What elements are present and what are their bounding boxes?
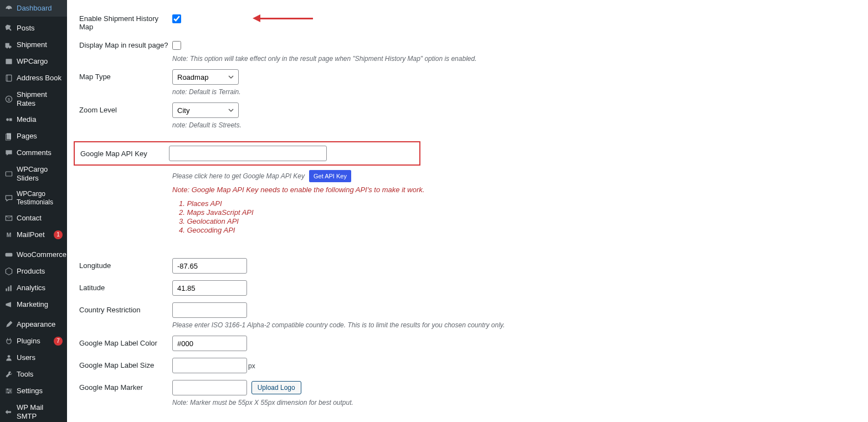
sidebar-label: WPCargo Sliders xyxy=(17,165,63,182)
sidebar-item-comments[interactable]: Comments xyxy=(0,145,67,161)
zoom-label: Zoom Level xyxy=(79,102,172,114)
sidebar-label: Media xyxy=(17,115,63,124)
api-key-label: Google Map API Key xyxy=(80,150,169,158)
map-type-label: Map Type xyxy=(79,69,172,81)
settings-panel: Enable Shipment History Map Display Map … xyxy=(67,0,868,422)
sidebar-item-contact[interactable]: Contact xyxy=(0,210,67,227)
mail-icon xyxy=(4,214,13,223)
sidebar-item-media[interactable]: Media xyxy=(0,111,67,128)
upload-logo-button[interactable]: Upload Logo xyxy=(251,381,301,394)
settings-icon xyxy=(4,387,13,395)
sidebar-item-wpcargo[interactable]: WPCargo xyxy=(0,53,67,70)
svg-rect-15 xyxy=(10,285,11,291)
sidebar-item-settings[interactable]: Settings xyxy=(0,383,67,399)
label-color-input[interactable] xyxy=(172,336,247,351)
svg-rect-2 xyxy=(6,75,12,81)
sidebar-label: WPCargo Testimonials xyxy=(17,190,63,206)
sidebar-label: WP Mail SMTP xyxy=(17,403,63,420)
sidebar-item-marketing[interactable]: Marketing xyxy=(0,296,67,313)
sidebar-label: Shipment xyxy=(17,40,63,49)
woo-icon xyxy=(4,250,13,259)
sidebar-label: Settings xyxy=(17,387,63,395)
sidebar-badge: 1 xyxy=(54,230,63,239)
sidebar-label: Products xyxy=(17,267,63,276)
page-icon xyxy=(4,132,13,141)
label-size-input[interactable] xyxy=(172,358,247,373)
sidebar-label: Plugins xyxy=(17,337,50,346)
sidebar-label: Appearance xyxy=(17,320,63,329)
display-map-checkbox[interactable] xyxy=(172,41,181,50)
country-input[interactable] xyxy=(172,302,247,318)
sidebar-item-products[interactable]: Products xyxy=(0,263,67,280)
sidebar-label: Pages xyxy=(17,132,63,141)
latitude-input[interactable] xyxy=(172,280,247,296)
sidebar-label: Users xyxy=(17,353,63,362)
svg-text:M: M xyxy=(7,232,12,238)
sidebar-item-pages[interactable]: Pages xyxy=(0,128,67,145)
svg-point-22 xyxy=(8,392,9,393)
marker-input[interactable] xyxy=(172,380,247,395)
display-map-note: Note: This option will take effect only … xyxy=(172,55,868,63)
enable-map-label: Enable Shipment History Map xyxy=(79,11,172,31)
sidebar-item-wpcargo-sliders[interactable]: WPCargo Sliders xyxy=(0,161,67,186)
sidebar-item-shipment-rates[interactable]: $Shipment Rates xyxy=(0,86,67,111)
admin-sidebar: DashboardPostsShipmentWPCargoAddress Boo… xyxy=(0,0,67,422)
sidebar-item-appearance[interactable]: Appearance xyxy=(0,316,67,333)
country-label: Country Restriction xyxy=(79,302,172,314)
plugin-icon xyxy=(4,337,13,346)
longitude-label: Longitude xyxy=(79,258,172,270)
annotation-arrow xyxy=(253,14,313,22)
sidebar-item-shipment[interactable]: Shipment xyxy=(0,37,67,53)
users-icon xyxy=(4,353,13,362)
smtp-icon xyxy=(4,408,13,416)
sidebar-item-plugins[interactable]: Plugins7 xyxy=(0,333,67,349)
svg-text:$: $ xyxy=(8,97,10,102)
get-api-key-button[interactable]: Get API Key xyxy=(309,170,351,182)
sidebar-label: Tools xyxy=(17,370,63,379)
marker-note: Note: Marker must be 55px X 55px dimensi… xyxy=(172,399,868,406)
sidebar-item-wpcargo-testimonials[interactable]: WPCargo Testimonials xyxy=(0,186,67,210)
mailpoet-icon: M xyxy=(4,230,13,239)
sidebar-label: Posts xyxy=(17,24,63,33)
svg-rect-14 xyxy=(8,287,9,291)
dashboard-icon xyxy=(4,4,13,13)
api-key-input[interactable] xyxy=(169,146,327,161)
sidebar-item-address-book[interactable]: Address Book xyxy=(0,70,67,86)
sidebar-item-users[interactable]: Users xyxy=(0,349,67,366)
sidebar-label: Marketing xyxy=(17,300,63,309)
api-key-highlight: Google Map API Key xyxy=(74,141,420,166)
sidebar-badge: 7 xyxy=(54,337,63,346)
zoom-select[interactable]: City xyxy=(172,102,239,118)
sidebar-item-woocommerce[interactable]: WooCommerce xyxy=(0,246,67,263)
comment-icon xyxy=(4,148,13,157)
appearance-icon xyxy=(4,320,13,329)
svg-point-16 xyxy=(8,355,11,358)
sidebar-item-posts[interactable]: Posts xyxy=(0,20,67,37)
svg-point-6 xyxy=(6,119,9,121)
sidebar-item-dashboard[interactable]: Dashboard xyxy=(0,0,67,17)
country-note: Please enter ISO 3166-1 Alpha-2 compatib… xyxy=(172,321,868,329)
map-type-note: note: Default is Terrain. xyxy=(172,88,868,96)
api-help-text: Please click here to get Google Map API … xyxy=(172,172,305,180)
sidebar-item-tools[interactable]: Tools xyxy=(0,366,67,383)
marker-label: Google Map Marker xyxy=(79,380,172,392)
px-suffix: px xyxy=(248,362,255,370)
svg-point-21 xyxy=(9,390,11,392)
sidebar-label: Analytics xyxy=(17,284,63,292)
longitude-input[interactable] xyxy=(172,258,247,274)
tools-icon xyxy=(4,370,13,379)
svg-rect-13 xyxy=(6,289,7,291)
map-type-select[interactable]: Roadmap xyxy=(172,69,239,85)
testim-icon xyxy=(4,194,13,203)
enable-map-checkbox[interactable] xyxy=(172,14,181,23)
api-note: Note: Google Map API Key needs to enable… xyxy=(172,186,868,194)
analytics-icon xyxy=(4,284,13,292)
sidebar-item-mailpoet[interactable]: MMailPoet1 xyxy=(0,227,67,243)
product-icon xyxy=(4,267,13,276)
sidebar-item-analytics[interactable]: Analytics xyxy=(0,280,67,296)
rates-icon: $ xyxy=(4,95,13,104)
sidebar-item-wp-mail-smtp[interactable]: WP Mail SMTP xyxy=(0,399,67,422)
svg-rect-1 xyxy=(6,59,12,64)
sidebar-label: WooCommerce xyxy=(17,250,66,259)
api-list: 1. Places API 2. Maps JavaScript API 3. … xyxy=(179,199,868,234)
